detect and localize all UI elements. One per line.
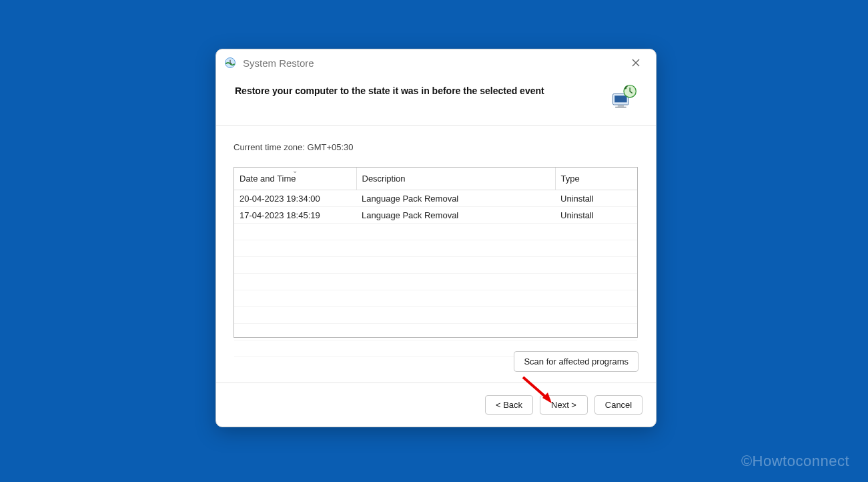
cell-datetime: 20-04-2023 19:34:00 [234, 190, 356, 207]
cell-description: Language Pack Removal [356, 190, 555, 207]
system-restore-icon [223, 55, 238, 70]
timezone-label: Current time zone: GMT+05:30 [234, 142, 638, 152]
cell-type: Uninstall [555, 190, 637, 207]
scan-affected-button[interactable]: Scan for affected programs [514, 351, 638, 372]
cell-datetime: 17-04-2023 18:45:19 [234, 207, 356, 224]
restore-computer-icon [609, 83, 638, 112]
titlebar: System Restore [216, 49, 656, 76]
svg-rect-6 [615, 107, 626, 108]
wizard-footer: < Back Next > Cancel [216, 383, 656, 427]
table-row[interactable]: 17-04-2023 18:45:19 Language Pack Remova… [234, 207, 637, 224]
restore-points-table[interactable]: Date and Time ⌄ Description Type 20-04-2… [234, 167, 638, 338]
col-datetime[interactable]: Date and Time ⌄ [234, 168, 356, 190]
cancel-button[interactable]: Cancel [594, 395, 642, 415]
col-datetime-label: Date and Time [240, 174, 296, 184]
cell-description: Language Pack Removal [356, 207, 555, 224]
svg-rect-5 [618, 105, 624, 107]
col-type[interactable]: Type [555, 168, 637, 190]
watermark: ©Howtoconnect [741, 453, 849, 470]
scan-row: Scan for affected programs [234, 351, 638, 372]
wizard-content: Current time zone: GMT+05:30 Date and Ti… [216, 126, 656, 383]
window-title: System Restore [243, 57, 622, 69]
close-icon [632, 59, 640, 67]
wizard-heading: Restore your computer to the state it wa… [235, 83, 602, 96]
col-description-label: Description [362, 174, 406, 184]
cell-type: Uninstall [555, 207, 637, 224]
chevron-down-icon: ⌄ [292, 167, 298, 174]
system-restore-dialog: System Restore Restore your computer to … [215, 49, 657, 427]
col-description[interactable]: Description [356, 168, 555, 190]
svg-rect-4 [614, 95, 626, 102]
wizard-header: Restore your computer to the state it wa… [216, 76, 656, 126]
col-type-label: Type [561, 174, 580, 184]
next-button[interactable]: Next > [540, 395, 588, 415]
back-button[interactable]: < Back [485, 395, 533, 415]
close-button[interactable] [622, 53, 649, 73]
table-row[interactable]: 20-04-2023 19:34:00 Language Pack Remova… [234, 190, 637, 207]
